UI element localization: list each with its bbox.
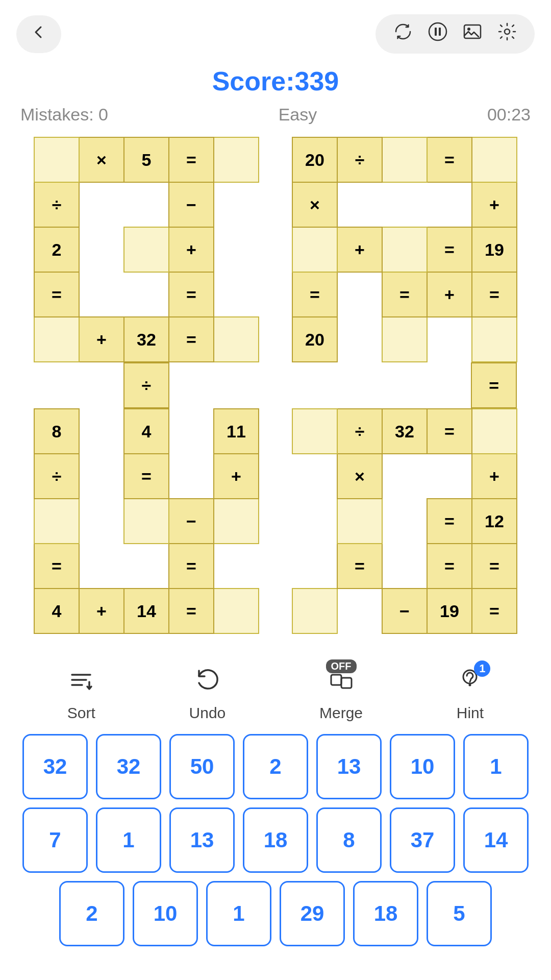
middle-right: = <box>292 362 517 408</box>
mistakes-display: Mistakes: 0 <box>20 105 108 125</box>
settings-icon[interactable] <box>492 21 522 46</box>
bottom-grids: 8 4 11 ÷ = + <box>12 408 539 634</box>
tile-14[interactable]: 14 <box>463 807 529 873</box>
cell: 19 <box>472 227 517 272</box>
tile-1b[interactable]: 1 <box>96 807 161 873</box>
svg-rect-9 <box>331 675 341 685</box>
merge-button[interactable]: OFF Merge <box>319 667 363 722</box>
back-button[interactable] <box>16 15 61 53</box>
cell: = <box>472 544 517 589</box>
cell-empty <box>292 454 337 499</box>
merge-off-badge: OFF <box>326 659 357 673</box>
hint-button[interactable]: 1 Hint <box>457 667 484 722</box>
tile-10a[interactable]: 10 <box>390 734 455 799</box>
cell[interactable] <box>382 317 427 362</box>
image-icon[interactable] <box>457 21 488 46</box>
cell: ÷ <box>34 454 79 499</box>
cell: = <box>382 272 427 317</box>
tile-5[interactable]: 5 <box>427 881 492 946</box>
cell: 4 <box>124 409 169 454</box>
cell-empty <box>214 544 259 589</box>
undo-button[interactable]: Undo <box>189 667 226 722</box>
cell: = <box>427 137 472 182</box>
refresh-icon[interactable] <box>388 21 418 46</box>
svg-point-12 <box>469 684 471 687</box>
cell: + <box>214 454 259 499</box>
puzzle-area: × 5 = ÷ − 2 + <box>0 137 551 634</box>
tile-2b[interactable]: 2 <box>59 881 124 946</box>
header-icons-group <box>375 14 535 54</box>
cell[interactable] <box>472 137 517 182</box>
cell[interactable] <box>214 499 259 544</box>
cell: + <box>337 227 382 272</box>
tile-50[interactable]: 50 <box>169 734 235 799</box>
bottom-left-grid: 8 4 11 ÷ = + <box>34 408 259 634</box>
cell: = <box>427 544 472 589</box>
cell[interactable] <box>292 227 337 272</box>
cell[interactable] <box>292 409 337 454</box>
tile-32b[interactable]: 32 <box>96 734 161 799</box>
cell-empty <box>79 272 124 317</box>
svg-rect-10 <box>341 678 352 688</box>
tile-7[interactable]: 7 <box>22 807 88 873</box>
tile-37[interactable]: 37 <box>390 807 455 873</box>
cell: × <box>79 137 124 182</box>
cell: 14 <box>124 589 169 633</box>
cell[interactable] <box>472 409 517 454</box>
tile-32a[interactable]: 32 <box>22 734 88 799</box>
cell: = <box>472 589 517 633</box>
cell[interactable] <box>382 137 427 182</box>
cell: 2 <box>34 227 79 272</box>
tile-1c[interactable]: 1 <box>206 881 271 946</box>
cell-empty <box>427 182 472 227</box>
merge-icon: OFF <box>328 667 355 699</box>
tile-13a[interactable]: 13 <box>316 734 382 799</box>
cell-empty <box>124 544 169 589</box>
cell: 32 <box>382 409 427 454</box>
cell[interactable] <box>34 317 79 362</box>
cell[interactable] <box>214 137 259 182</box>
tile-13b[interactable]: 13 <box>169 807 235 873</box>
cell: − <box>382 589 427 633</box>
tile-1a[interactable]: 1 <box>463 734 529 799</box>
cell[interactable] <box>214 589 259 633</box>
cell-empty <box>214 227 259 272</box>
pause-icon[interactable] <box>422 21 453 46</box>
hint-icon: 1 <box>457 667 483 699</box>
tile-2a[interactable]: 2 <box>243 734 308 799</box>
cell-empty <box>292 544 337 589</box>
cell[interactable] <box>292 589 337 633</box>
cell-empty <box>337 317 382 362</box>
tile-10b[interactable]: 10 <box>133 881 198 946</box>
cell[interactable] <box>34 499 79 544</box>
cell[interactable] <box>34 137 79 182</box>
cell[interactable] <box>472 317 517 362</box>
cell: = <box>472 272 517 317</box>
tile-18a[interactable]: 18 <box>243 807 308 873</box>
cell-empty <box>79 182 124 227</box>
cell: + <box>169 227 214 272</box>
tile-8[interactable]: 8 <box>316 807 382 873</box>
tile-18b[interactable]: 18 <box>353 881 418 946</box>
cell: 20 <box>292 317 337 362</box>
cell: = <box>169 272 214 317</box>
cell: 11 <box>214 409 259 454</box>
cell: = <box>427 499 472 544</box>
cell: + <box>79 317 124 362</box>
cell[interactable] <box>382 227 427 272</box>
cell: 32 <box>124 317 169 362</box>
cell[interactable] <box>124 499 169 544</box>
undo-icon <box>194 667 220 699</box>
sort-button[interactable]: Sort <box>67 667 95 722</box>
cell: = <box>124 454 169 499</box>
bottom-right-grid: ÷ 32 = × + = <box>292 408 517 634</box>
cell-empty <box>169 454 214 499</box>
cell[interactable] <box>337 499 382 544</box>
cell: 4 <box>34 589 79 633</box>
svg-rect-1 <box>435 28 437 36</box>
cell[interactable] <box>124 227 169 272</box>
tile-29[interactable]: 29 <box>280 881 345 946</box>
cell[interactable] <box>214 317 259 362</box>
cell: + <box>472 454 517 499</box>
tiles-row-1: 32 32 50 2 13 10 1 <box>14 734 537 799</box>
